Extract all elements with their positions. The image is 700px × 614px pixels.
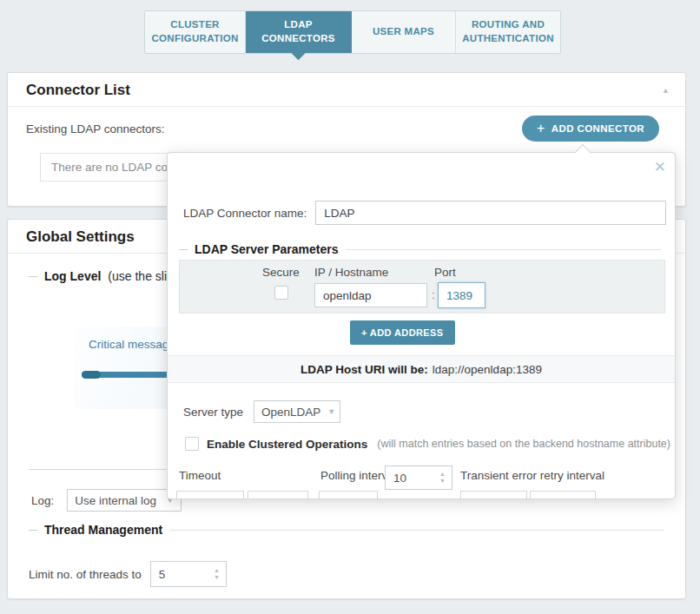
- log-label: Log:: [31, 494, 54, 507]
- spinner-up-icon[interactable]: ▲: [439, 472, 446, 477]
- transient-unit-select[interactable]: [530, 491, 596, 499]
- legend-line: [346, 249, 661, 250]
- polling-interval-input[interactable]: [386, 466, 438, 489]
- page: CLUSTER CONFIGURATION LDAP CONNECTORS US…: [0, 0, 700, 614]
- add-connector-button[interactable]: + ADD CONNECTOR: [522, 116, 659, 142]
- clustered-operations-note: (will match entries based on the backend…: [377, 438, 670, 450]
- existing-connectors-row: Existing LDAP connectors: + ADD CONNECTO…: [26, 116, 659, 142]
- hostname-input[interactable]: [314, 283, 427, 307]
- server-type-select[interactable]: OpenLDAP ▼: [254, 400, 340, 423]
- plus-icon: +: [537, 122, 545, 135]
- chevron-down-icon: ▼: [327, 407, 335, 416]
- transient-retry-label: Transient error retry interval: [460, 469, 604, 482]
- add-address-button[interactable]: + ADD ADDRESS: [350, 320, 455, 345]
- connector-list-header: Connector List ▲: [8, 73, 685, 107]
- spinner: ▲ ▼: [214, 562, 220, 586]
- server-parameters-legend: LDAP Server Parameters: [179, 242, 661, 256]
- log-select-value: Use internal log: [75, 494, 156, 507]
- legend-line: [169, 530, 664, 531]
- log-level-legend-text: Log Level: [44, 269, 101, 283]
- tab-bar: CLUSTER CONFIGURATION LDAP CONNECTORS US…: [144, 10, 561, 54]
- secure-column-header: Secure: [262, 266, 300, 279]
- log-select[interactable]: Use internal log ▼: [67, 489, 182, 512]
- legend-dash: [179, 249, 188, 250]
- spinner-up-icon[interactable]: ▲: [214, 568, 220, 573]
- legend-dash: [29, 530, 37, 531]
- global-settings-title: Global Settings: [26, 228, 135, 245]
- host-port-separator: :: [432, 288, 435, 301]
- connector-name-input[interactable]: [315, 201, 666, 225]
- tab-routing-authentication[interactable]: ROUTING AND AUTHENTICATION: [456, 11, 560, 53]
- clustered-operations-label: Enable Clustered Operations: [207, 438, 367, 451]
- ldap-uri-value: ldap://openldap:1389: [433, 363, 542, 376]
- timeout-label: Timeout: [179, 469, 221, 482]
- thread-limit-label: Limit no. of threads to: [29, 568, 142, 581]
- connector-name-label: LDAP Connector name:: [183, 207, 307, 220]
- server-parameters-legend-text: LDAP Server Parameters: [195, 242, 339, 256]
- tab-cluster-configuration[interactable]: CLUSTER CONFIGURATION: [145, 11, 246, 53]
- thread-limit-stepper: ▲ ▼: [150, 561, 227, 587]
- add-connector-button-label: ADD CONNECTOR: [551, 123, 644, 134]
- spinner-down-icon[interactable]: ▼: [439, 479, 446, 484]
- spinner: ▲ ▼: [439, 466, 446, 489]
- clustered-operations-row: Enable Clustered Operations (will match …: [185, 437, 670, 451]
- server-type-value: OpenLDAP: [261, 406, 320, 419]
- tab-user-maps[interactable]: USER MAPS: [352, 11, 456, 53]
- connector-name-row: LDAP Connector name:: [183, 201, 666, 225]
- tab-ldap-connectors[interactable]: LDAP CONNECTORS: [246, 11, 352, 53]
- transient-value-input[interactable]: [460, 491, 527, 499]
- port-column-header: Port: [434, 266, 456, 279]
- log-level-slider-handle[interactable]: [82, 371, 101, 379]
- close-icon[interactable]: ✕: [654, 158, 666, 176]
- thread-limit-row: Limit no. of threads to ▲ ▼: [29, 561, 227, 587]
- timeout-value-input[interactable]: [176, 491, 244, 499]
- server-type-label: Server type: [183, 406, 243, 419]
- collapse-icon[interactable]: ▲: [662, 74, 670, 108]
- thread-limit-input[interactable]: [151, 562, 203, 586]
- server-type-row: Server type OpenLDAP ▼: [183, 400, 340, 423]
- secure-checkbox[interactable]: [274, 286, 288, 300]
- server-address-row: Secure IP / Hostname Port :: [179, 260, 665, 314]
- existing-connectors-label: Existing LDAP connectors:: [26, 122, 165, 135]
- legend-dash: [29, 276, 37, 277]
- clustered-operations-checkbox[interactable]: [185, 437, 199, 451]
- thread-management-legend: Thread Management: [29, 523, 664, 537]
- hostname-column-header: IP / Hostname: [314, 266, 388, 279]
- ldap-uri-label: LDAP Host URI will be:: [300, 363, 428, 376]
- thread-management-legend-text: Thread Management: [44, 523, 162, 537]
- timeout-unit-select[interactable]: [248, 491, 308, 499]
- polling-unit-select[interactable]: [319, 491, 378, 499]
- log-row: Log: Use internal log ▼: [31, 489, 182, 512]
- slider-tooltip: Critical message: [89, 338, 175, 351]
- spinner-down-icon[interactable]: ▼: [214, 575, 220, 580]
- connector-list-title: Connector List: [26, 82, 130, 98]
- polling-interval-stepper: ▲ ▼: [385, 465, 452, 490]
- add-connector-popover: ✕ LDAP Connector name: LDAP Server Param…: [167, 152, 676, 499]
- port-input[interactable]: [438, 282, 485, 308]
- ldap-uri-preview: LDAP Host URI will be: ldap://openldap:1…: [168, 355, 675, 383]
